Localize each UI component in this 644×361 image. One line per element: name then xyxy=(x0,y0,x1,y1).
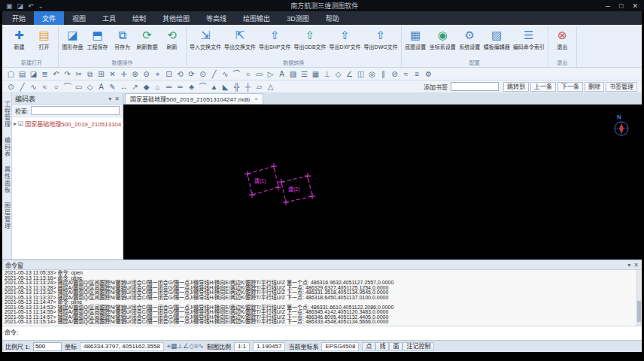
ortho-icon[interactable]: ⊥ xyxy=(321,68,333,80)
elevation-icon[interactable]: ▲ xyxy=(208,81,220,93)
ribbon-button[interactable]: ▤打开 xyxy=(32,26,56,50)
status-toggle[interactable]: 线 xyxy=(375,342,389,350)
save-icon[interactable]: ◪ xyxy=(28,68,39,80)
open-icon[interactable]: ▤ xyxy=(17,68,28,80)
save-quick-icon[interactable]: ◪ xyxy=(17,2,24,10)
cut-icon[interactable]: ✂ xyxy=(73,68,84,80)
ribbon-button[interactable]: ⊗退出 xyxy=(550,26,575,50)
ribbon-button[interactable]: ⇧导出DWG文件 xyxy=(363,26,399,50)
tree-item[interactable]: ▸☑国家基础地理500_2019_210513104247.mdb (...) xyxy=(14,120,121,128)
erase-icon[interactable]: ✕ xyxy=(107,68,118,80)
slope-icon[interactable]: ◣ xyxy=(220,81,231,93)
zoom-window-icon[interactable]: ⊡ xyxy=(163,68,175,80)
ribbon-button[interactable]: ⧉另存为 xyxy=(110,26,135,50)
trim-icon[interactable]: ⊘ xyxy=(389,68,400,80)
measure-icon[interactable]: ∠ xyxy=(344,68,355,80)
bookmark-button[interactable]: 跳转到 xyxy=(503,82,529,92)
side-tab[interactable]: 工程管理 xyxy=(3,101,11,128)
menu-tab[interactable]: 绘制 xyxy=(124,11,154,25)
bookmark-button[interactable]: 下一条 xyxy=(557,82,583,92)
circle-icon[interactable]: ○ xyxy=(242,68,254,80)
water-icon[interactable]: ≃ xyxy=(175,81,186,93)
ortho-status-icon[interactable]: ⊥ xyxy=(177,342,183,350)
text-icon[interactable]: A xyxy=(276,68,287,80)
bookmark-button[interactable]: 删除 xyxy=(585,82,604,92)
mirror-icon[interactable]: ◫ xyxy=(355,68,366,80)
zoom-previous-icon[interactable]: ⟲ xyxy=(175,68,186,80)
hatch-icon[interactable]: ▨ xyxy=(287,68,299,80)
panel-menu-icon[interactable]: ▾ xyxy=(108,96,111,102)
zoom-in-icon[interactable]: ⊕ xyxy=(129,68,141,80)
menu-tab[interactable]: 工具 xyxy=(94,11,124,25)
ribbon-button[interactable]: ◪图形存盘 xyxy=(60,26,85,50)
line-icon[interactable]: ╱ xyxy=(208,68,220,80)
polyline-icon[interactable]: ∿ xyxy=(220,68,231,80)
zoom-out-icon[interactable]: ⊖ xyxy=(141,68,152,80)
ribbon-button[interactable]: ▦底图设置 xyxy=(403,26,428,50)
ribbon-button[interactable]: ⬒工程保存 xyxy=(85,26,110,50)
side-tab[interactable]: 图层管理 xyxy=(3,202,11,229)
select-icon[interactable]: ▢ xyxy=(5,68,17,80)
settings-icon[interactable]: ⚙ xyxy=(423,68,434,80)
symbol-icon[interactable]: ◆ xyxy=(141,81,152,93)
print-icon[interactable]: ≣ xyxy=(39,68,50,80)
menu-tab[interactable]: 等高线 xyxy=(198,11,235,25)
menu-tab[interactable]: 开始 xyxy=(4,11,34,25)
copy-icon[interactable]: ⧉ xyxy=(84,68,96,80)
maximize-button[interactable]: □ xyxy=(619,2,623,10)
command-log[interactable]: 2021-05-13 11:05:33> 命令: open2021-05-13 … xyxy=(2,270,642,326)
paste-icon[interactable]: ⊞ xyxy=(96,68,107,80)
ribbon-button[interactable]: ⟳刷新数据 xyxy=(135,26,159,50)
lineweight-status-icon[interactable]: ∿ xyxy=(198,342,204,350)
menu-tab[interactable]: 其他绘图 xyxy=(154,11,198,25)
refresh-view-icon[interactable]: ⟳ xyxy=(186,68,197,80)
ribbon-button[interactable]: ⇧导出DXF文件 xyxy=(328,26,363,50)
boundary-icon[interactable]: ▱ xyxy=(254,81,265,93)
pan-icon[interactable]: ✛ xyxy=(118,68,129,80)
draw-curve-icon[interactable]: ≈ xyxy=(39,81,50,93)
side-tab[interactable]: 属性面板 xyxy=(3,166,11,193)
scale-input[interactable] xyxy=(33,342,62,351)
draw-line-icon[interactable]: ╱ xyxy=(17,81,28,93)
draw-polyline-icon[interactable]: ∿ xyxy=(28,81,39,93)
minimize-button[interactable]: ─ xyxy=(606,2,610,10)
join-icon[interactable]: ≈ xyxy=(400,68,412,80)
road-icon[interactable]: ═ xyxy=(163,81,175,93)
map-canvas[interactable]: 建(1)建(2) N xyxy=(123,105,642,259)
menu-tab[interactable]: 帮助 xyxy=(317,11,348,25)
point-icon[interactable]: ⊙ xyxy=(197,68,208,80)
ribbon-button[interactable]: ☰编码命令索引 xyxy=(512,26,546,50)
dimension-icon[interactable]: ↔ xyxy=(118,81,129,93)
status-toggle[interactable]: 面 xyxy=(389,342,402,350)
properties-icon[interactable]: ≡ xyxy=(412,68,423,80)
menu-tab[interactable]: 绘图输出 xyxy=(235,11,278,25)
draw-polygon-icon[interactable]: ◇ xyxy=(84,81,96,93)
leader-icon[interactable]: ↗ xyxy=(129,81,141,93)
search-input[interactable] xyxy=(31,106,120,115)
tab-close-icon[interactable]: × xyxy=(254,96,258,102)
layers-icon[interactable]: ☰ xyxy=(299,68,310,80)
rectangle-icon[interactable]: ▭ xyxy=(254,68,265,80)
bookmark-button[interactable]: 上一条 xyxy=(530,82,556,92)
pipeline-icon[interactable]: ┼ xyxy=(242,81,254,93)
undo-icon[interactable]: ↶ xyxy=(50,68,62,80)
undo-quick-icon[interactable]: ↶ xyxy=(28,2,34,10)
grid-status-icon[interactable]: ▦ xyxy=(171,342,178,350)
quick-access-chevron-icon[interactable]: ⌄ xyxy=(38,2,44,10)
bookmark-input[interactable] xyxy=(451,82,499,91)
panel-pin-icon[interactable]: ▾ xyxy=(627,262,630,268)
app-icon[interactable]: ▣ xyxy=(6,2,13,10)
draw-arc-icon[interactable]: ⌒ xyxy=(62,81,73,93)
side-tab[interactable]: 编码表 xyxy=(3,137,11,157)
rotate-icon[interactable]: ◎ xyxy=(366,68,378,80)
draw-circle-icon[interactable]: ○ xyxy=(50,81,62,93)
tree-checkbox[interactable]: ☑ xyxy=(18,120,23,127)
menu-tab[interactable]: 3D测图 xyxy=(278,11,317,25)
fence-icon[interactable]: ╬ xyxy=(231,81,242,93)
ribbon-button[interactable]: ✚新建 xyxy=(7,26,32,50)
draw-text-icon[interactable]: A xyxy=(96,81,107,93)
arc-icon[interactable]: ⌒ xyxy=(231,68,242,80)
annotate-icon[interactable]: ✎ xyxy=(107,81,118,93)
vegetation-icon[interactable]: ♣ xyxy=(186,81,197,93)
polygon-icon[interactable]: ▷ xyxy=(265,68,276,80)
